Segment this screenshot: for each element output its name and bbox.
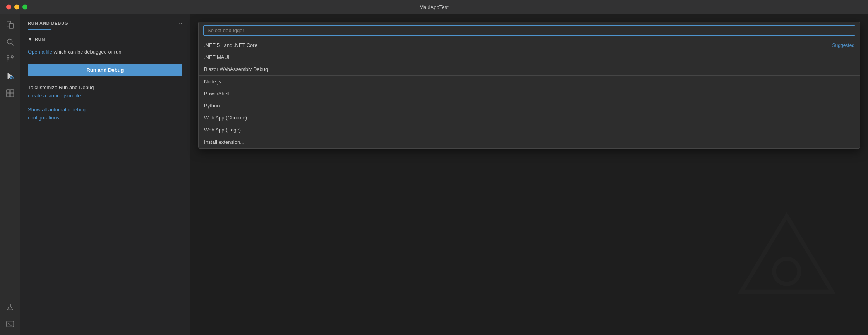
- activity-icon-search[interactable]: [2, 34, 18, 50]
- sidebar-title: RUN AND DEBUG: [28, 21, 69, 26]
- debugger-item-install[interactable]: Install extension...: [199, 136, 860, 148]
- customize-prefix: To customize Run and Debug: [28, 85, 94, 90]
- sidebar: RUN AND DEBUG ··· ▼ RUN Open a file whic…: [20, 14, 190, 335]
- show-all-link[interactable]: Show all automatic debugconfigurations.: [28, 106, 182, 122]
- watermark: [736, 211, 837, 312]
- svg-line-3: [12, 43, 14, 45]
- activity-icon-test[interactable]: [2, 299, 18, 315]
- debugger-item-install-label: Install extension...: [204, 139, 244, 145]
- suggested-label: Suggested: [832, 43, 854, 48]
- debugger-item-maui-label: .NET MAUI: [204, 54, 230, 60]
- traffic-lights: [6, 5, 27, 10]
- window-title: MauiAppTest: [419, 4, 448, 10]
- debugger-item-dotnet[interactable]: .NET 5+ and .NET Core Suggested: [199, 39, 860, 51]
- sidebar-content: ▼ RUN Open a file which can be debugged …: [20, 30, 190, 335]
- debugger-item-python-label: Python: [204, 103, 220, 109]
- run-debug-button[interactable]: Run and Debug: [28, 64, 182, 76]
- run-description-text: which can be debugged or run.: [54, 49, 123, 55]
- debugger-item-edge-label: Web App (Edge): [204, 127, 241, 133]
- svg-rect-11: [10, 90, 14, 93]
- svg-point-16: [774, 259, 799, 284]
- launch-json-link[interactable]: create a launch.json file: [28, 93, 81, 98]
- sidebar-header-actions: ···: [176, 19, 184, 28]
- debugger-item-nodejs[interactable]: Node.js: [199, 76, 860, 88]
- debugger-item-edge[interactable]: Web App (Edge): [199, 124, 860, 136]
- debugger-item-powershell-label: PowerShell: [204, 91, 230, 97]
- debugger-item-maui[interactable]: .NET MAUI: [199, 51, 860, 63]
- svg-rect-1: [9, 23, 13, 28]
- customize-text: To customize Run and Debug create a laun…: [28, 84, 182, 100]
- sidebar-header: RUN AND DEBUG ···: [20, 14, 190, 29]
- activity-bar: [0, 14, 20, 335]
- debugger-dropdown: .NET 5+ and .NET Core Suggested .NET MAU…: [198, 22, 860, 149]
- show-all-text: Show all automatic debugconfigurations.: [28, 107, 86, 121]
- close-button[interactable]: [6, 5, 11, 10]
- debugger-search-input[interactable]: [203, 25, 855, 36]
- svg-rect-12: [7, 93, 10, 97]
- dropdown-search-container: [199, 22, 860, 39]
- customize-dot: .: [82, 93, 84, 98]
- debugger-item-blazor[interactable]: Blazor WebAssembly Debug: [199, 63, 860, 76]
- activity-icon-run-debug[interactable]: [2, 68, 18, 84]
- svg-rect-10: [7, 90, 10, 93]
- app-body: RUN AND DEBUG ··· ▼ RUN Open a file whic…: [0, 14, 868, 335]
- titlebar: MauiAppTest: [0, 0, 868, 14]
- svg-point-2: [7, 39, 12, 44]
- debugger-item-python[interactable]: Python: [199, 100, 860, 112]
- run-section-title: RUN: [35, 37, 45, 41]
- debugger-item-chrome-label: Web App (Chrome): [204, 115, 247, 121]
- debugger-list: .NET 5+ and .NET Core Suggested .NET MAU…: [199, 39, 860, 148]
- open-file-link[interactable]: Open a file: [28, 49, 52, 55]
- activity-icon-explorer[interactable]: [2, 17, 18, 33]
- chevron-icon: ▼: [28, 36, 33, 42]
- more-actions-button[interactable]: ···: [176, 19, 184, 28]
- run-description: Open a file which can be debugged or run…: [28, 48, 182, 56]
- svg-rect-13: [10, 93, 14, 97]
- activity-icon-terminal[interactable]: [2, 316, 18, 332]
- activity-icon-extensions[interactable]: [2, 85, 18, 101]
- minimize-button[interactable]: [14, 5, 19, 10]
- activity-icon-source-control[interactable]: [2, 51, 18, 67]
- debugger-item-chrome[interactable]: Web App (Chrome): [199, 112, 860, 124]
- maximize-button[interactable]: [22, 5, 27, 10]
- debugger-item-powershell[interactable]: PowerShell: [199, 88, 860, 100]
- main-area: .NET 5+ and .NET Core Suggested .NET MAU…: [190, 14, 868, 335]
- svg-rect-14: [7, 321, 14, 327]
- debugger-item-dotnet-label: .NET 5+ and .NET Core: [204, 42, 257, 48]
- svg-point-4: [7, 60, 9, 62]
- debugger-item-nodejs-label: Node.js: [204, 79, 221, 85]
- debugger-item-blazor-label: Blazor WebAssembly Debug: [204, 66, 268, 72]
- run-section-header: ▼ RUN: [28, 36, 182, 42]
